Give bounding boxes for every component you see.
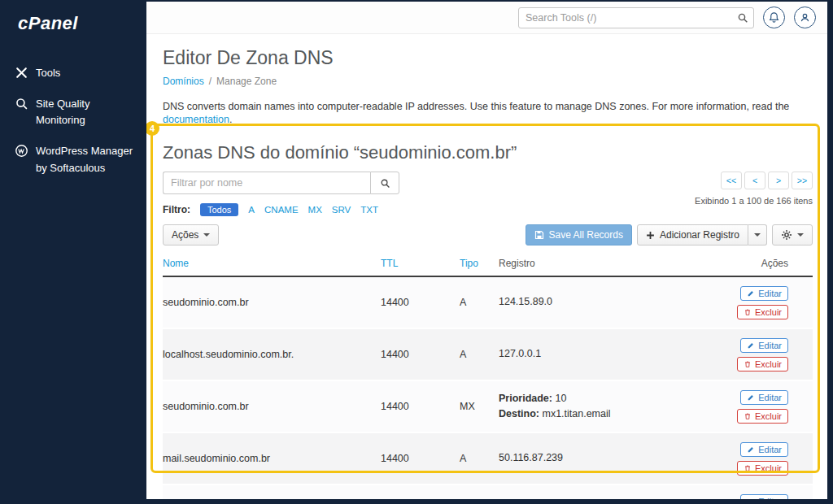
edit-record-button[interactable]: Editar xyxy=(740,286,788,301)
trash-icon xyxy=(744,464,752,472)
search-tools-input[interactable] xyxy=(526,12,737,24)
record-destination-label: Destino: xyxy=(499,408,539,419)
record-name: mail.seudominio.com.br xyxy=(163,453,381,464)
filter-todos-button[interactable]: Todos xyxy=(200,203,238,216)
sidebar-item-wordpress-manager[interactable]: WordPress Manager by Softaculous xyxy=(15,143,135,176)
edit-label: Editar xyxy=(758,341,782,350)
sidebar: cPanel Tools Site Quality Monitoring Wor… xyxy=(0,0,146,504)
actions-right-group: Save All Records Adicionar Registro xyxy=(526,224,813,245)
settings-dropdown-button[interactable] xyxy=(772,224,813,245)
record-type: A xyxy=(460,453,499,464)
filter-txt-button[interactable]: TXT xyxy=(360,205,378,215)
main-panel: Editor De Zona DNS Domínios / Manage Zon… xyxy=(146,2,827,499)
search-icon xyxy=(380,178,390,189)
filter-label: Filtro: xyxy=(163,204,190,215)
record-type: A xyxy=(460,297,499,308)
record-ttl: 14400 xyxy=(381,349,460,360)
dns-record-row: seudominio.com.br 14400 A 124.15.89.0 Ed… xyxy=(163,277,813,329)
add-record-dropdown-button[interactable] xyxy=(748,224,767,245)
trash-icon xyxy=(744,308,752,316)
name-filter-search-button[interactable] xyxy=(370,172,399,194)
header-nome[interactable]: Nome xyxy=(163,258,381,269)
acoes-label: Ações xyxy=(172,229,198,241)
pagination-first-button[interactable]: << xyxy=(721,172,742,189)
pagination-prev-button[interactable]: < xyxy=(744,172,765,189)
filter-mx-button[interactable]: MX xyxy=(308,205,322,215)
edit-record-button[interactable]: Editar xyxy=(740,442,788,457)
add-record-label: Adicionar Registro xyxy=(660,229,739,241)
dns-records-table: Nome TTL Tipo Registro Ações seudominio.… xyxy=(163,254,813,499)
trash-icon xyxy=(744,412,752,420)
sidebar-item-site-quality[interactable]: Site Quality Monitoring xyxy=(15,96,135,128)
sidebar-item-tools[interactable]: Tools xyxy=(15,65,135,81)
record-value: 127.0.0.1 xyxy=(499,346,715,362)
record-ttl: 14400 xyxy=(381,297,460,308)
delete-record-button[interactable]: Excluir xyxy=(737,409,788,424)
bell-icon xyxy=(768,11,780,24)
pencil-icon xyxy=(747,289,755,298)
type-filter-row: Filtro: Todos A CNAME MX SRV TXT xyxy=(163,202,399,218)
caret-down-icon xyxy=(754,233,761,237)
record-ttl: 14400 xyxy=(381,453,460,464)
header-tipo[interactable]: Tipo xyxy=(460,258,499,269)
pagination-next-button[interactable]: > xyxy=(768,172,789,189)
breadcrumb-dominios-link[interactable]: Domínios xyxy=(163,76,204,87)
sidebar-item-label: Tools xyxy=(36,65,60,81)
record-priority-value: 10 xyxy=(552,393,566,404)
dns-record-row: www.seudominio.com.br 14400 CNAME seudom… xyxy=(163,485,813,499)
plus-icon xyxy=(646,231,655,240)
edit-label: Editar xyxy=(758,497,782,500)
documentation-link[interactable]: documentation xyxy=(163,114,229,125)
save-all-records-button[interactable]: Save All Records xyxy=(526,224,632,245)
dns-record-row: localhost.seudominio.com.br. 14400 A 127… xyxy=(163,329,813,381)
breadcrumb-separator: / xyxy=(209,76,212,87)
delete-label: Excluir xyxy=(755,411,782,421)
header-ttl[interactable]: TTL xyxy=(381,258,460,269)
caret-down-icon xyxy=(797,233,804,237)
delete-record-button[interactable]: Excluir xyxy=(737,357,788,371)
search-icon[interactable] xyxy=(737,12,748,24)
pencil-icon xyxy=(747,497,755,500)
record-destination-value: mx1.titan.email xyxy=(539,408,611,419)
record-ttl: 14400 xyxy=(381,401,460,412)
edit-record-button[interactable]: Editar xyxy=(740,338,788,353)
filter-srv-button[interactable]: SRV xyxy=(332,205,351,215)
actions-bar: Ações Save All Records Adicionar Registr… xyxy=(163,224,813,245)
filter-bar: Filtro: Todos A CNAME MX SRV TXT << < xyxy=(163,172,813,218)
caret-down-icon xyxy=(203,233,210,237)
sidebar-nav: Tools Site Quality Monitoring WordPress … xyxy=(0,39,146,176)
trash-icon xyxy=(744,360,752,368)
filter-a-button[interactable]: A xyxy=(248,205,255,215)
delete-label: Excluir xyxy=(755,359,782,369)
acoes-dropdown-button[interactable]: Ações xyxy=(163,224,219,245)
filter-cname-button[interactable]: CNAME xyxy=(264,205,299,215)
user-menu-button[interactable] xyxy=(794,7,816,28)
breadcrumb: Domínios / Manage Zone xyxy=(163,75,813,87)
record-name: seudominio.com.br xyxy=(163,401,381,412)
record-value: 124.15.89.0 xyxy=(499,294,715,310)
add-record-button[interactable]: Adicionar Registro xyxy=(637,224,748,245)
add-record-split-button: Adicionar Registro xyxy=(637,224,767,245)
breadcrumb-current: Manage Zone xyxy=(216,76,277,87)
edit-label: Editar xyxy=(758,289,782,298)
user-icon xyxy=(799,11,811,24)
pencil-icon xyxy=(747,393,755,402)
record-actions: Editar Excluir xyxy=(715,442,813,476)
edit-label: Editar xyxy=(758,445,782,454)
edit-record-button[interactable]: Editar xyxy=(740,494,788,500)
name-filter-input[interactable] xyxy=(163,172,370,194)
notifications-button[interactable] xyxy=(763,7,785,28)
record-actions: Editar Excluir xyxy=(715,338,813,371)
edit-record-button[interactable]: Editar xyxy=(740,390,788,405)
pagination-last-button[interactable]: >> xyxy=(792,172,813,189)
edit-label: Editar xyxy=(758,393,782,402)
cpanel-logo[interactable]: cPanel xyxy=(0,0,146,39)
delete-record-button[interactable]: Excluir xyxy=(737,305,788,319)
description-period: . xyxy=(229,114,232,125)
delete-record-button[interactable]: Excluir xyxy=(737,461,788,476)
record-type: MX xyxy=(460,401,499,412)
zone-heading: Zonas DNS do domínio “seudominio.com.br” xyxy=(163,141,813,165)
delete-label: Excluir xyxy=(755,463,782,473)
site-quality-icon xyxy=(15,97,28,111)
pagination-summary: Exibindo 1 a 100 de 166 itens xyxy=(695,196,813,206)
